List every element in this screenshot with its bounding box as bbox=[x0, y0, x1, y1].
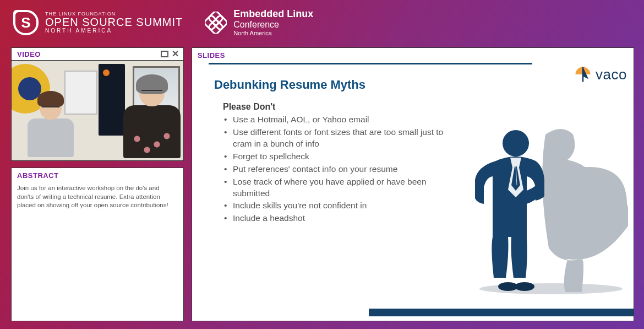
oss-logo-group: S THE LINUX FOUNDATION OPEN SOURCE SUMMI… bbox=[13, 10, 183, 35]
elc-title-line1: Embedded Linux bbox=[233, 9, 313, 20]
slides-label: SLIDES bbox=[192, 48, 634, 60]
abstract-label: ABSTRACT bbox=[12, 168, 183, 182]
slide-bullet: Use a Hotmail, AOL, or Yahoo email bbox=[223, 114, 460, 126]
elc-title-line2: Conference bbox=[233, 20, 313, 30]
maximize-icon[interactable] bbox=[161, 51, 168, 57]
svg-point-6 bbox=[503, 130, 529, 157]
video-panel: VIDEO ✕ bbox=[11, 47, 184, 161]
elc-region: North America bbox=[233, 30, 313, 36]
event-header: S THE LINUX FOUNDATION OPEN SOURCE SUMMI… bbox=[0, 0, 644, 43]
right-column: SLIDES vaco bbox=[192, 47, 634, 321]
video-player[interactable] bbox=[12, 61, 183, 160]
slide-content[interactable]: vaco Debunking Resume Myths Please Don't… bbox=[192, 60, 634, 309]
slide-bullet: Use different fonts or font sizes that a… bbox=[223, 127, 460, 150]
slide-title: Debunking Resume Myths bbox=[214, 78, 624, 92]
oss-title: OPEN SOURCE SUMMIT bbox=[45, 17, 183, 28]
presenter-1 bbox=[26, 94, 75, 160]
abstract-text: Join us for an interactive workshop on t… bbox=[12, 182, 183, 215]
slide-bullet: Include a headshot bbox=[223, 213, 460, 224]
vaco-brand-text: vaco bbox=[596, 66, 627, 83]
close-icon[interactable]: ✕ bbox=[171, 50, 180, 58]
slide-divider bbox=[209, 63, 532, 64]
slide-bullet: Lose track of where you have applied or … bbox=[223, 176, 460, 199]
slides-panel: SLIDES vaco bbox=[192, 47, 634, 321]
oss-region: NORTH AMERICA bbox=[45, 28, 183, 34]
oss-tagline: THE LINUX FOUNDATION bbox=[45, 12, 183, 17]
slide-bullet: Put references' contact info on your res… bbox=[223, 164, 460, 175]
video-titlebar: VIDEO ✕ bbox=[12, 48, 183, 61]
slide-bullet: Include skills you're not confident in bbox=[223, 200, 460, 212]
left-column: VIDEO ✕ bbox=[11, 47, 184, 321]
slide-footer-bar bbox=[369, 309, 634, 316]
elc-logo-icon bbox=[205, 12, 227, 34]
video-label: VIDEO bbox=[17, 50, 41, 58]
slide-bullet: Forget to spellcheck bbox=[223, 151, 460, 163]
vaco-logo: vaco bbox=[574, 65, 627, 84]
oss-logo-icon: S bbox=[13, 10, 39, 35]
hero-silhouette-graphic bbox=[463, 118, 628, 294]
slide-subheading: Please Don't bbox=[223, 102, 624, 112]
presenter-2 bbox=[122, 78, 182, 160]
svg-point-8 bbox=[515, 282, 534, 291]
vaco-logo-icon bbox=[574, 65, 592, 84]
slide-bullet-list: Use a Hotmail, AOL, or Yahoo email Use d… bbox=[223, 114, 460, 224]
app-root: S THE LINUX FOUNDATION OPEN SOURCE SUMMI… bbox=[0, 0, 644, 329]
content-area: VIDEO ✕ bbox=[11, 47, 634, 321]
elc-logo-group: Embedded Linux Conference North America bbox=[205, 9, 313, 36]
abstract-panel: ABSTRACT Join us for an interactive work… bbox=[11, 168, 184, 321]
